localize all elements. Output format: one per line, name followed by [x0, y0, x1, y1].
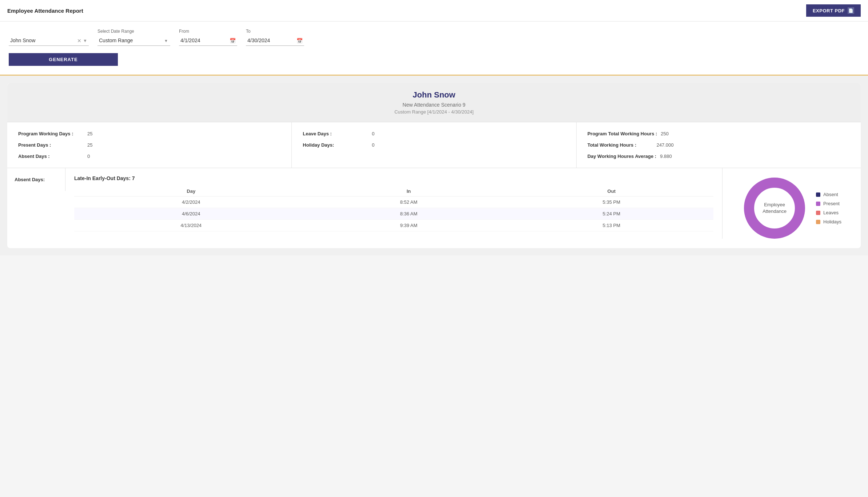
- legend-holidays-label: Holidays: [823, 219, 841, 224]
- legend-holidays-dot: [816, 220, 820, 224]
- to-calendar-icon[interactable]: 📅: [296, 38, 303, 44]
- table-row: 4/6/20248:36 AM5:24 PM: [74, 208, 713, 220]
- stat-leave-days: Leave Days : 0: [303, 131, 565, 136]
- legend-present-label: Present: [823, 201, 840, 206]
- table-cell-in: 9:39 AM: [308, 220, 509, 231]
- legend-present: Present: [816, 201, 841, 206]
- date-range-select-wrap: Custom Range This Month Last Month This …: [97, 35, 170, 46]
- report-header: John Snow New Attendance Scenario 9 Cust…: [7, 83, 861, 122]
- pdf-icon: 📄: [848, 7, 854, 14]
- legend-present-dot: [816, 202, 820, 206]
- stat-program-total-hours: Program Total Working Hours : 250: [588, 131, 850, 136]
- stats-row: Program Working Days : 25 Present Days :…: [7, 122, 861, 168]
- late-in-col: Late-In Early-Out Days: 7 Day In Out 4/2…: [65, 168, 722, 239]
- table-cell-out: 5:24 PM: [510, 208, 713, 220]
- legend-holidays: Holidays: [816, 219, 841, 224]
- from-label: From: [179, 29, 237, 34]
- stat-program-working-days: Program Working Days : 25: [18, 131, 280, 136]
- legend-absent-label: Absent: [823, 192, 838, 197]
- page-title: Employee Attendance Report: [7, 8, 83, 14]
- table-cell-day: 4/13/2024: [74, 220, 308, 231]
- filter-row: ✕ ▼ Select Date Range Custom Range This …: [9, 29, 859, 46]
- legend-absent-dot: [816, 192, 820, 197]
- from-calendar-icon[interactable]: 📅: [230, 38, 236, 44]
- report-card: John Snow New Attendance Scenario 9 Cust…: [7, 83, 861, 248]
- stat-absent-days: Absent Days : 0: [18, 154, 280, 159]
- table-row: 4/13/20249:39 AM5:13 PM: [74, 220, 713, 231]
- from-date-field: From 📅: [179, 29, 237, 46]
- absent-days-col: Absent Days:: [7, 168, 65, 191]
- table-cell-day: 4/6/2024: [74, 208, 308, 220]
- donut-chart: Employee Attendance: [742, 175, 807, 241]
- to-date-wrap: 📅: [246, 35, 304, 46]
- col-header-out: Out: [510, 186, 713, 196]
- col-header-in: In: [308, 186, 509, 196]
- employee-input-wrap: ✕ ▼: [9, 35, 89, 46]
- stats-col-1: Program Working Days : 25 Present Days :…: [7, 122, 292, 168]
- top-bar: Employee Attendance Report EXPORT PDF 📄: [0, 0, 868, 21]
- export-pdf-button[interactable]: EXPORT PDF 📄: [806, 4, 861, 17]
- stat-present-days: Present Days : 25: [18, 142, 280, 148]
- clear-employee-button[interactable]: ✕: [77, 38, 81, 44]
- legend-leaves-label: Leaves: [823, 210, 839, 215]
- legend-leaves-dot: [816, 211, 820, 215]
- date-range-label: Select Date Range: [97, 29, 170, 34]
- table-cell-out: 5:13 PM: [510, 220, 713, 231]
- generate-button[interactable]: GENERATE: [9, 53, 118, 66]
- absent-days-label: Absent Days:: [15, 177, 45, 182]
- donut-center-label: Employee Attendance: [763, 202, 787, 215]
- date-range-select[interactable]: Custom Range This Month Last Month This …: [97, 35, 170, 46]
- chart-col: Employee Attendance Absent Present: [722, 168, 861, 248]
- table-cell-in: 8:36 AM: [308, 208, 509, 220]
- table-cell-out: 5:35 PM: [510, 196, 713, 208]
- to-date-field: To 📅: [246, 29, 304, 46]
- report-scenario: New Attendance Scenario 9: [15, 102, 853, 108]
- stat-day-avg: Day Working Houres Average : 9.880: [588, 154, 850, 159]
- report-range: Custom Range [4/1/2024 - 4/30/2024]: [15, 109, 853, 115]
- chart-legend: Absent Present Leaves Holidays: [816, 192, 841, 224]
- report-section: John Snow New Attendance Scenario 9 Cust…: [0, 76, 868, 255]
- table-cell-in: 8:52 AM: [308, 196, 509, 208]
- col-header-day: Day: [74, 186, 308, 196]
- to-date-input[interactable]: [246, 35, 304, 46]
- stat-total-working-hours: Total Working Hours : 247.000: [588, 142, 850, 148]
- to-label: To: [246, 29, 304, 34]
- employee-field: ✕ ▼: [9, 35, 89, 46]
- stats-col-3: Program Total Working Hours : 250 Total …: [577, 122, 861, 168]
- employee-input[interactable]: [9, 35, 89, 46]
- table-row: 4/2/20248:52 AM5:35 PM: [74, 196, 713, 208]
- late-in-table: Day In Out 4/2/20248:52 AM5:35 PM4/6/202…: [74, 186, 713, 231]
- table-cell-day: 4/2/2024: [74, 196, 308, 208]
- filter-section: ✕ ▼ Select Date Range Custom Range This …: [0, 21, 868, 76]
- from-date-wrap: 📅: [179, 35, 237, 46]
- stats-col-2: Leave Days : 0 Holiday Days: 0: [292, 122, 576, 168]
- date-range-field: Select Date Range Custom Range This Mont…: [97, 29, 170, 46]
- bottom-row: Absent Days: Late-In Early-Out Days: 7 D…: [7, 168, 861, 248]
- late-in-title: Late-In Early-Out Days: 7: [74, 175, 713, 181]
- legend-absent: Absent: [816, 192, 841, 197]
- from-date-input[interactable]: [179, 35, 237, 46]
- report-employee-name: John Snow: [15, 90, 853, 100]
- stat-holiday-days: Holiday Days: 0: [303, 142, 565, 148]
- legend-leaves: Leaves: [816, 210, 841, 215]
